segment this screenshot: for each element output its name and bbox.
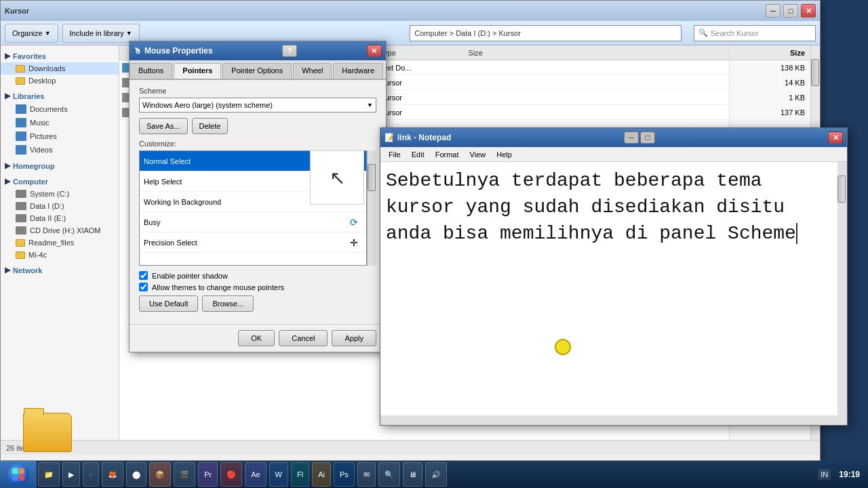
taskbar-media[interactable]: ▶ (62, 462, 80, 487)
sidebar-item-cd[interactable]: CD Drive (H:) XIAOM (1, 224, 119, 237)
taskbar-app1[interactable]: 📦 (149, 462, 171, 487)
sidebar-item-pictures[interactable]: Pictures (1, 129, 119, 143)
notepad-minimize-button[interactable]: ─ (624, 131, 639, 144)
computer-section[interactable]: ▶ Computer (1, 175, 119, 188)
cancel-button[interactable]: Cancel (279, 330, 328, 346)
taskbar-mail[interactable]: ✉ (357, 462, 376, 487)
taskbar-vlc[interactable]: 🎬 (174, 462, 195, 487)
scheme-select[interactable]: Windows Aero (large) (system scheme) ▼ (139, 98, 376, 113)
favorites-label: Favorites (13, 52, 46, 60)
tab-wheel[interactable]: Wheel (293, 63, 332, 79)
taskbar-premiere[interactable]: Pr (198, 462, 218, 487)
scrollbar-thumb[interactable] (368, 164, 376, 191)
enable-shadow-checkbox[interactable] (139, 271, 148, 280)
taskbar-screen[interactable]: 🖥 (403, 462, 422, 487)
browse-button[interactable]: Browse... (202, 296, 254, 312)
maximize-button[interactable]: □ (783, 4, 798, 18)
taskbar-firefox2[interactable]: 🔴 (220, 462, 242, 487)
chevron-down-icon: ▼ (126, 30, 132, 37)
sidebar-item-mi4c[interactable]: Mi-4c (1, 249, 119, 261)
library-icon (16, 118, 26, 127)
taskbar-photoshop[interactable]: Ps (334, 462, 355, 487)
search-icon: 🔍 (698, 28, 708, 37)
list-item[interactable]: Busy ⟳ (140, 212, 366, 232)
list-item[interactable]: Precision Select ✛ (140, 232, 366, 253)
chevron-down-icon: ▶ (5, 52, 10, 60)
taskbar-firefox[interactable]: 🦊 (102, 462, 123, 487)
notepad-scrollbar-h[interactable] (380, 415, 837, 425)
organize-button[interactable]: Organize ▼ (5, 24, 58, 43)
close-button[interactable]: ✕ (801, 4, 816, 18)
notepad-menu-format[interactable]: Format (430, 149, 465, 160)
file-size-2: 14 KB (785, 79, 805, 87)
sidebar-item-videos[interactable]: Videos (1, 143, 119, 157)
save-as-button[interactable]: Save As... (139, 118, 188, 134)
delete-button[interactable]: Delete (192, 118, 229, 134)
include-library-button[interactable]: Include in library ▼ (62, 24, 140, 43)
notepad-close-button[interactable]: ✕ (828, 131, 843, 144)
scrollbar-thumb[interactable] (837, 176, 846, 203)
taskbar-clock[interactable]: 19:19 (833, 468, 865, 481)
homegroup-section[interactable]: ▶ Homegroup (1, 159, 119, 172)
sidebar-item-systemc[interactable]: System (C:) (1, 188, 119, 200)
notepad-window: 📝 link - Notepad ─ □ ✕ File Edit Format … (380, 127, 848, 426)
taskbar-ae[interactable]: Ae (245, 462, 266, 487)
allow-themes-checkbox[interactable] (139, 283, 148, 291)
file-size-1: 138 KB (781, 64, 805, 72)
big-folder-icon[interactable] (14, 405, 81, 460)
notepad-menu-edit[interactable]: Edit (406, 149, 430, 160)
scrollbar-thumb[interactable] (811, 59, 819, 86)
notepad-menu-help[interactable]: Help (491, 149, 517, 160)
ok-button[interactable]: OK (238, 330, 275, 346)
notepad-menu-view[interactable]: View (465, 149, 492, 160)
sidebar-item-downloads[interactable]: Downloads (1, 62, 119, 75)
notepad-maximize-button[interactable]: □ (640, 131, 655, 144)
folder-icon (16, 77, 25, 85)
preview-cursor-icon: ↖ (330, 167, 345, 189)
folder-taskbar-icon: 📁 (44, 470, 54, 479)
sidebar-item-datae[interactable]: Data II (E:) (1, 212, 119, 224)
notepad-menu-file[interactable]: File (383, 149, 406, 160)
sidebar-item-label: CD Drive (H:) XIAOM (30, 226, 101, 235)
dialog-help-button[interactable]: ? (282, 45, 297, 57)
taskbar-word[interactable]: W (269, 462, 288, 487)
tab-hardware[interactable]: Hardware (333, 63, 383, 79)
computer-label: Computer (13, 178, 48, 186)
notepad-scrollbar-v[interactable] (837, 162, 847, 425)
sidebar-item-datad[interactable]: Data I (D:) (1, 200, 119, 212)
tab-pointer-options[interactable]: Pointer Options (222, 63, 292, 79)
taskbar-chrome[interactable]: ⬤ (126, 462, 146, 487)
sidebar-item-documents[interactable]: Documents (1, 102, 119, 116)
dialog-close-button[interactable]: ✕ (367, 45, 382, 57)
sidebar-item-readme[interactable]: Readme_files (1, 237, 119, 249)
minimize-button[interactable]: ─ (766, 4, 781, 18)
search-box[interactable]: 🔍 Search Kursor (694, 25, 816, 41)
favorites-section[interactable]: ▶ Favorites (1, 49, 119, 62)
pointer-icon: ✛ (346, 235, 362, 251)
taskbar-audio[interactable]: 🔊 (425, 462, 447, 487)
taskbar-search[interactable]: 🔍 (378, 462, 400, 487)
taskbar-ie[interactable]: e (83, 462, 99, 487)
address-bar[interactable]: Computer > Data I (D:) > Kursor (410, 25, 682, 41)
notepad-titlebar: 📝 link - Notepad ─ □ ✕ (380, 128, 847, 147)
network-section[interactable]: ▶ Network (1, 264, 119, 277)
pointer-list-scrollbar[interactable] (367, 150, 376, 266)
folder-icon (16, 239, 25, 247)
sidebar-item-desktop[interactable]: Desktop (1, 75, 119, 87)
taskbar-illustrator[interactable]: Ai (312, 462, 331, 487)
use-default-button[interactable]: Use Default (139, 296, 198, 312)
tab-buttons[interactable]: Buttons (130, 63, 172, 79)
start-button[interactable] (0, 461, 37, 488)
apply-button[interactable]: Apply (332, 330, 376, 346)
notepad-text-area[interactable]: Sebetulnya terdapat beberapa tema kursor… (380, 162, 847, 425)
explorer-title: Kursor (5, 7, 29, 15)
file-size-3: 1 KB (789, 94, 805, 102)
taskbar: 📁 ▶ e 🦊 ⬤ 📦 🎬 Pr 🔴 Ae W Fl Ai Ps ✉ 🔍 (0, 461, 868, 488)
libraries-section[interactable]: ▶ Libraries (1, 89, 119, 102)
taskbar-fla[interactable]: Fl (291, 462, 309, 487)
sidebar-item-music[interactable]: Music (1, 116, 119, 129)
tab-pointers[interactable]: Pointers (174, 63, 221, 79)
taskbar-explorer[interactable]: 📁 (38, 462, 60, 487)
status-bar: 26 items (1, 440, 820, 455)
sidebar-item-label: Desktop (28, 77, 56, 85)
